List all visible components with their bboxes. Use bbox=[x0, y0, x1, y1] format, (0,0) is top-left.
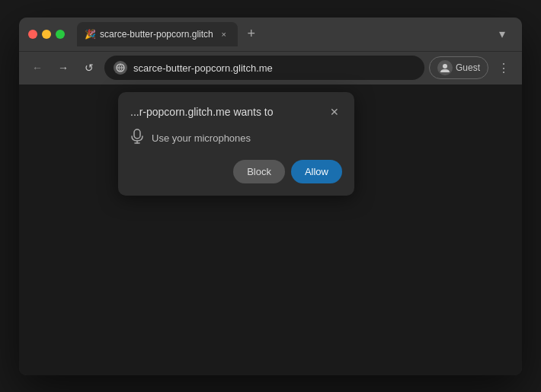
traffic-lights bbox=[28, 30, 65, 39]
allow-button[interactable]: Allow bbox=[291, 160, 342, 183]
page-content: ...r-popcorn.glitch.me wants to ✕ Use yo… bbox=[19, 84, 522, 375]
microphone-icon bbox=[130, 129, 144, 148]
new-tab-button[interactable]: + bbox=[241, 24, 262, 45]
active-tab[interactable]: 🎉 scarce-butter-popcorn.glitch × bbox=[77, 22, 238, 46]
close-window-button[interactable] bbox=[28, 30, 37, 39]
tab-favicon-icon: 🎉 bbox=[85, 29, 95, 40]
popup-header: ...r-popcorn.glitch.me wants to ✕ bbox=[130, 104, 342, 120]
profile-button[interactable]: Guest bbox=[429, 56, 488, 79]
url-text: scarce-butter-popcorn.glitch.me bbox=[133, 62, 415, 74]
popup-actions: Block Allow bbox=[130, 160, 342, 183]
popup-close-button[interactable]: ✕ bbox=[327, 104, 342, 120]
profile-avatar-icon bbox=[437, 60, 453, 75]
block-button[interactable]: Block bbox=[233, 160, 285, 183]
tab-dropdown-button[interactable]: ▾ bbox=[491, 24, 513, 45]
svg-rect-2 bbox=[134, 129, 140, 139]
permission-item: Use your microphones bbox=[130, 129, 342, 148]
reload-button[interactable]: ↺ bbox=[78, 57, 100, 78]
tab-title: scarce-butter-popcorn.glitch bbox=[100, 29, 213, 40]
maximize-window-button[interactable] bbox=[56, 30, 65, 39]
forward-button[interactable]: → bbox=[53, 57, 74, 78]
svg-point-1 bbox=[443, 64, 447, 69]
permission-popup: ...r-popcorn.glitch.me wants to ✕ Use yo… bbox=[118, 92, 354, 196]
more-options-button[interactable]: ⋮ bbox=[493, 57, 514, 78]
permission-description: Use your microphones bbox=[152, 132, 251, 144]
title-bar: 🎉 scarce-butter-popcorn.glitch × + ▾ bbox=[19, 18, 522, 51]
tabs-area: 🎉 scarce-butter-popcorn.glitch × + bbox=[77, 22, 485, 46]
tab-close-button[interactable]: × bbox=[218, 28, 230, 40]
site-identity-icon bbox=[114, 61, 127, 75]
address-bar[interactable]: scarce-butter-popcorn.glitch.me bbox=[104, 56, 424, 80]
minimize-window-button[interactable] bbox=[42, 30, 51, 39]
profile-label: Guest bbox=[456, 62, 480, 73]
browser-window: 🎉 scarce-butter-popcorn.glitch × + ▾ ← →… bbox=[19, 18, 522, 375]
navigation-bar: ← → ↺ scarce-butter-popcorn.glitch.me Gu… bbox=[19, 51, 522, 84]
popup-title: ...r-popcorn.glitch.me wants to bbox=[130, 106, 274, 118]
back-button[interactable]: ← bbox=[27, 57, 48, 78]
